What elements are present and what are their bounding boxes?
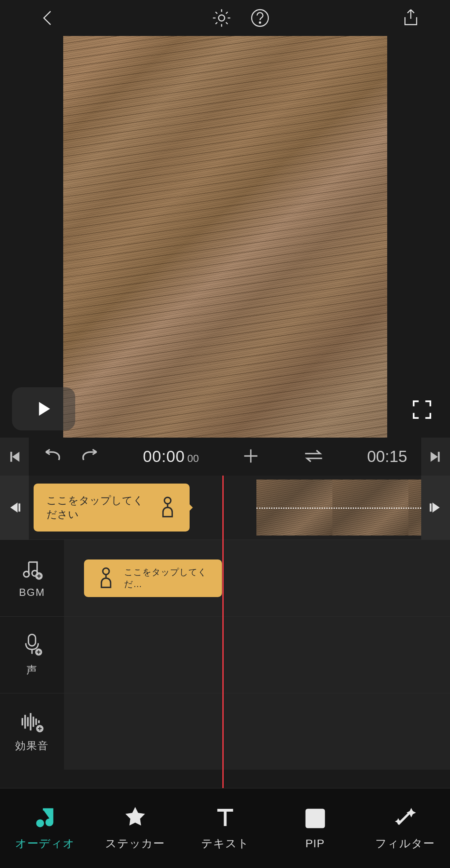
export-button[interactable] <box>399 6 423 30</box>
bgm-label: BGM <box>19 586 45 599</box>
playhead[interactable] <box>222 476 224 788</box>
bgm-track[interactable]: ここをタップしてくだ… <box>64 540 450 616</box>
tap-icon <box>158 496 177 519</box>
tooltip-bgm[interactable]: ここをタップしてくだ… <box>84 559 222 597</box>
current-time: 00:00 <box>143 448 185 466</box>
audio-track-sfx: 効果音 <box>0 693 450 770</box>
voice-track[interactable] <box>64 617 450 693</box>
svg-rect-13 <box>28 634 36 646</box>
step-forward-button[interactable] <box>421 476 450 540</box>
help-button[interactable] <box>248 6 272 30</box>
sfx-track[interactable] <box>64 693 450 770</box>
timeline-toolbar: 00:00 00 00:15 <box>0 438 450 476</box>
seek-start-button[interactable] <box>0 438 29 476</box>
svg-point-0 <box>218 15 224 21</box>
tab-sticker-label: ステッカー <box>105 836 165 851</box>
tap-icon <box>97 567 115 590</box>
svg-point-17 <box>46 818 53 826</box>
fullscreen-button[interactable] <box>412 400 432 420</box>
tab-pip[interactable]: PIP <box>270 788 360 868</box>
audio-track-bgm: BGM ここをタップしてくだ… <box>0 540 450 616</box>
back-button[interactable] <box>35 6 59 30</box>
timeline-duration: 00:15 <box>367 448 407 466</box>
voice-label: 声 <box>26 663 38 677</box>
svg-point-9 <box>24 571 29 577</box>
svg-point-16 <box>36 819 44 827</box>
video-preview[interactable] <box>63 36 387 438</box>
tab-filter[interactable]: フィルター <box>360 788 450 868</box>
timeline-current-time: 00:00 00 <box>143 448 199 466</box>
add-voice-button[interactable]: 声 <box>0 617 64 693</box>
sfx-label: 効果音 <box>15 739 49 753</box>
audio-track-voice: 声 <box>0 616 450 693</box>
tab-sticker[interactable]: ステッカー <box>90 788 180 868</box>
settings-button[interactable] <box>210 6 234 30</box>
svg-marker-5 <box>431 452 438 462</box>
preview-area <box>0 36 450 438</box>
svg-rect-19 <box>314 818 322 825</box>
redo-button[interactable] <box>80 449 100 465</box>
tab-audio[interactable]: オーディオ <box>0 788 90 868</box>
tooltip-track[interactable]: ここをタップしてください <box>34 484 190 532</box>
svg-point-2 <box>259 22 260 23</box>
svg-point-7 <box>164 497 171 504</box>
video-track-row: ここをタップしてください <box>0 476 450 540</box>
add-clip-button[interactable] <box>242 447 260 466</box>
svg-marker-6 <box>10 503 18 513</box>
swap-button[interactable] <box>303 448 324 465</box>
svg-marker-8 <box>432 503 440 513</box>
current-frames: 00 <box>187 452 199 465</box>
step-back-button[interactable] <box>0 476 29 540</box>
bottom-tab-bar: オーディオ ステッカー テキスト PIP フィルター <box>0 788 450 868</box>
svg-marker-3 <box>39 402 50 416</box>
tab-audio-label: オーディオ <box>15 836 75 851</box>
undo-button[interactable] <box>43 449 63 465</box>
play-button[interactable] <box>12 387 75 430</box>
tab-text-label: テキスト <box>201 836 249 851</box>
svg-marker-4 <box>12 452 19 462</box>
svg-point-12 <box>103 568 109 574</box>
add-bgm-button[interactable]: BGM <box>0 540 64 616</box>
tab-pip-label: PIP <box>305 837 324 850</box>
tab-filter-label: フィルター <box>375 836 435 851</box>
seek-end-button[interactable] <box>421 438 450 476</box>
add-sfx-button[interactable]: 効果音 <box>0 693 64 770</box>
video-track[interactable]: ここをタップしてください <box>29 476 421 540</box>
tab-text[interactable]: テキスト <box>180 788 270 868</box>
tooltip-track-text: ここをタップしてください <box>46 494 149 522</box>
tooltip-bgm-text: ここをタップしてくだ… <box>124 566 209 590</box>
top-toolbar <box>0 0 450 36</box>
